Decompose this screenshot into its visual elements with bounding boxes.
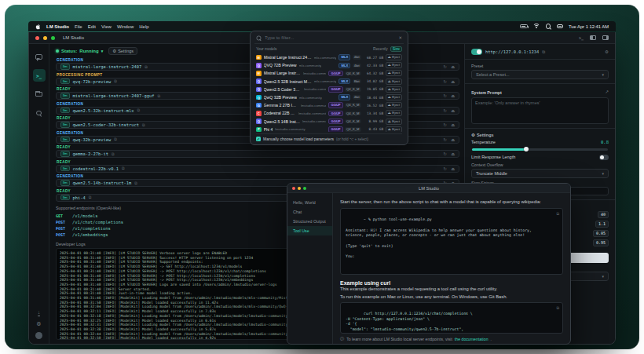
minimize-window-button[interactable] [43, 36, 47, 40]
menubar-clock[interactable]: Tue Apr 1 12:41 AM [569, 24, 609, 29]
search-icon[interactable] [546, 24, 551, 29]
picker-model-row[interactable]: Q Qwen2.5 14B Instruct 1M lmstudio-commu… [254, 118, 404, 126]
refresh-icon[interactable]: ↻ [443, 93, 447, 98]
sampling-value[interactable]: 1.1 [595, 221, 609, 228]
copy-icon[interactable]: ⧉ [122, 166, 125, 171]
menu-item[interactable]: View [101, 24, 112, 29]
control-center-icon[interactable] [557, 24, 563, 29]
refresh-icon[interactable]: ↻ [443, 64, 447, 69]
eject-icon[interactable]: ⏏ [451, 64, 455, 69]
copy-icon[interactable]: ⧉ [137, 108, 141, 113]
temperature-slider[interactable] [472, 148, 608, 151]
model-row[interactable]: llm codestral-22b-v0.1 ⧉ ↻ ⏏ [56, 165, 459, 173]
limit-response-toggle[interactable] [599, 155, 609, 160]
close-window-button[interactable] [35, 36, 39, 40]
picker-model-row[interactable]: M Mistral Large Instruct 2407 mlx-commun… [254, 53, 404, 61]
eject-button[interactable]: ⏏ Eject [386, 126, 402, 132]
eject-button[interactable]: ⏏ Eject [386, 94, 402, 100]
documentation-link[interactable]: the documentation [455, 337, 488, 341]
right-sidebar-toggle-icon[interactable] [602, 35, 609, 40]
user-avatar[interactable] [35, 332, 42, 339]
copy-icon[interactable]: ⧉ [112, 151, 115, 157]
docs-sidebar-item[interactable]: Hello, World [287, 198, 332, 207]
picker-model-row[interactable]: P Phi 4 lmstudio-community GGUF Q4_K_M 8… [254, 126, 404, 132]
refresh-icon[interactable]: ↻ [443, 166, 447, 171]
zoom-window-button[interactable] [51, 36, 55, 40]
panel-settings-icon[interactable]: ⚙ [605, 49, 609, 54]
refresh-icon[interactable]: ↻ [443, 79, 447, 84]
copy-icon[interactable]: ⧉ [114, 137, 117, 142]
nav-chat[interactable] [33, 50, 46, 63]
picker-model-row[interactable]: Q QwQ 32B Preview mlx-community MLX 4bit… [254, 93, 404, 101]
eject-icon[interactable]: ⏏ [451, 108, 455, 113]
copy-icon[interactable]: ⧉ [89, 195, 92, 200]
picker-model-row[interactable]: Q Qwen2.5 32B Instruct MLX mlx-community… [254, 78, 404, 86]
menu-item[interactable]: Window [117, 24, 134, 29]
system-prompt-input[interactable] [471, 97, 609, 124]
eject-button[interactable]: ⏏ Eject [386, 102, 402, 108]
context-overflow-select[interactable]: Truncate Middle ▾ [471, 169, 609, 178]
terminal-toggle-icon[interactable]: >_ [579, 35, 584, 40]
copy-icon[interactable]: ⧉ [556, 305, 559, 311]
refresh-icon[interactable]: ↻ [443, 122, 447, 127]
copy-icon[interactable]: ⧉ [142, 122, 145, 128]
copy-icon[interactable]: ⧉ [556, 211, 559, 217]
left-sidebar-toggle-icon[interactable] [590, 35, 596, 40]
eject-icon[interactable]: ⏏ [451, 137, 455, 142]
close-icon[interactable]: ✕ [398, 35, 402, 40]
settings-gear-icon[interactable]: ⚙ [36, 321, 41, 327]
server-settings-button[interactable]: ⚙ Settings [108, 47, 137, 55]
apple-menu-icon[interactable] [35, 24, 41, 30]
eject-button[interactable]: ⏏ Eject [386, 110, 402, 116]
eject-button[interactable]: ⏏ Eject [386, 54, 402, 60]
picker-model-row[interactable]: Q QVQ 72B Preview mlx-community MLX 4bit… [254, 61, 404, 69]
expand-icon[interactable]: ↗ [605, 89, 609, 94]
sort-recently-button[interactable]: Recently [373, 47, 388, 51]
docs-sidebar-item[interactable]: Chat [287, 207, 332, 217]
picker-model-row[interactable]: Q Qwen2.5 Coder 32B Instruct lmstudio-co… [254, 86, 404, 93]
manual-load-label[interactable]: Manually choose model load parameters [263, 137, 334, 141]
wifi-icon[interactable] [533, 24, 540, 29]
picker-model-row[interactable]: M Mistral Large Instruct 2407 lmstudio-c… [254, 69, 404, 77]
eject-icon[interactable]: ⏏ [451, 79, 455, 84]
preset-select[interactable]: Select a Preset... ▾ [471, 70, 609, 79]
eject-button[interactable]: ⏏ Eject [386, 119, 402, 125]
eject-icon[interactable]: ⏏ [451, 166, 455, 171]
slider-knob[interactable] [524, 147, 529, 151]
nav-discover[interactable] [33, 107, 46, 119]
refresh-icon[interactable]: ↻ [443, 151, 447, 156]
sampling-value[interactable]: 0.05 [593, 230, 609, 237]
copy-icon[interactable]: ⧉ [114, 78, 117, 84]
docs-sidebar-item[interactable]: Tool Use [287, 226, 332, 235]
refresh-icon[interactable]: ↻ [443, 137, 447, 142]
nav-developer[interactable]: >_ [33, 69, 46, 82]
eject-button[interactable]: ⏏ Eject [386, 62, 402, 68]
refresh-icon[interactable]: ↻ [443, 108, 447, 113]
nav-my-models[interactable] [33, 88, 46, 100]
checkbox-checked[interactable]: ✓ [256, 137, 261, 141]
eject-icon[interactable]: ⏏ [451, 93, 455, 98]
downloads-icon[interactable]: ↓ [38, 310, 41, 316]
menu-item[interactable]: File [75, 24, 82, 29]
eject-button[interactable]: ⏏ Eject [386, 86, 402, 93]
eject-button[interactable]: ⏏ Eject [386, 70, 402, 76]
picker-model-row[interactable]: C Codestral 22B v0.1 lmstudio-community … [254, 109, 404, 117]
sampling-value[interactable]: 40 [598, 211, 609, 218]
sampling-value[interactable]: 0.95 [593, 239, 609, 246]
menubar-app-name[interactable]: LM Studio [46, 24, 69, 29]
model-row[interactable]: llm gemma-2-27b-it ⧉ ↻ ⏏ [56, 150, 459, 158]
copy-icon[interactable]: ⧉ [145, 64, 148, 70]
eject-icon[interactable]: ⏏ [451, 151, 455, 156]
server-status[interactable]: Status: Running ▾ [56, 49, 103, 53]
copy-icon[interactable]: ⧉ [134, 181, 137, 186]
eject-icon[interactable]: ⏏ [451, 122, 455, 127]
model-search-input[interactable] [265, 35, 395, 40]
copy-icon[interactable]: ⧉ [157, 93, 160, 99]
server-url[interactable]: http://127.0.0.1:1234 [485, 49, 539, 54]
copy-url-icon[interactable]: ⧉ [542, 49, 545, 55]
docs-sidebar-item[interactable]: Structured Output [287, 217, 332, 226]
eject-button[interactable]: ⏏ Eject [386, 78, 402, 85]
menu-item[interactable]: Help [139, 24, 148, 29]
sort-size-button[interactable]: Size [390, 46, 402, 52]
picker-model-row[interactable]: G Gemma 2 27B Instruct lmstudio-communit… [254, 101, 404, 109]
